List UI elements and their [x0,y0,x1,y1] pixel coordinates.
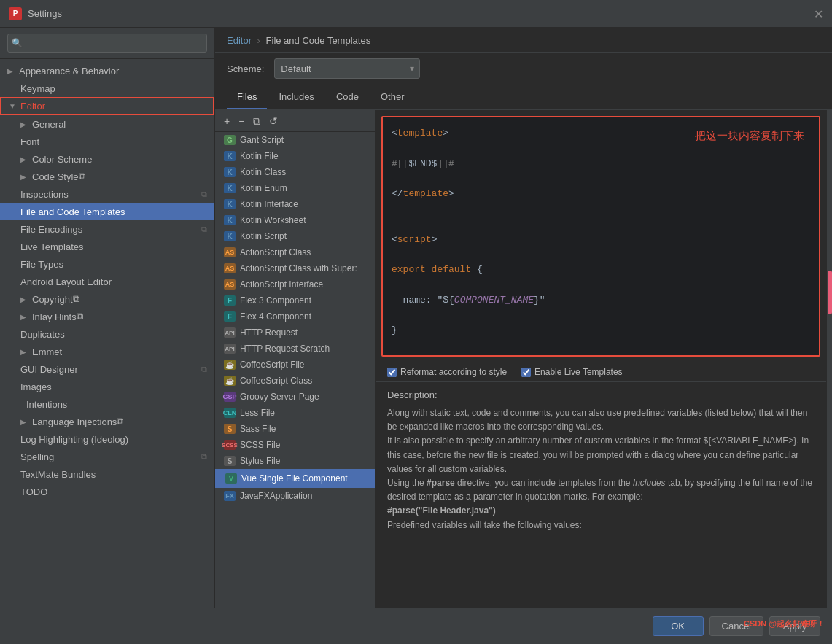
file-item-kotlin-enum[interactable]: K Kotlin Enum [215,180,375,196]
ok-button[interactable]: OK [653,616,704,636]
file-name-stylus: Stylus File [240,456,280,466]
file-item-stylus[interactable]: S Stylus File [215,453,375,469]
file-item-flex4[interactable]: F Flex 4 Component [215,309,375,325]
file-item-kotlin-file[interactable]: K Kotlin File [215,148,375,164]
code-line-8: <script> [392,233,810,248]
file-name-kotlin-script: Kotlin Script [240,231,287,241]
sidebar-item-editor[interactable]: ▼ Editor [0,97,214,115]
live-templates-checkbox[interactable] [521,368,531,377]
app-icon: P [9,7,22,20]
file-item-kotlin-class[interactable]: K Kotlin Class [215,164,375,180]
sidebar-item-emmet[interactable]: ▶ Emmet [0,343,214,360]
file-name-coffeescript: CoffeeScript File [240,360,304,370]
file-name-kotlin-enum: Kotlin Enum [240,183,287,193]
code-line-9 [392,247,810,263]
code-editor[interactable]: 把这一块内容复制下来 <template> #[[$END$]]# </temp… [381,116,820,357]
file-item-as-class[interactable]: AS ActionScript Class [215,244,375,260]
cancel-button[interactable]: Cancel [709,616,763,636]
sidebar-item-keymap[interactable]: Keymap [0,79,214,97]
editor-panel: 把这一块内容复制下来 <template> #[[$END$]]# </temp… [376,110,826,644]
right-scrollbar[interactable] [826,110,832,644]
arrow-icon-copyright: ▶ [20,295,29,303]
sidebar-item-file-templates[interactable]: File and Code Templates [0,203,214,220]
file-icon-as-interface: AS [224,279,236,290]
sidebar-item-spelling[interactable]: Spelling ⧉ [0,448,214,465]
arrow-icon-emmet: ▶ [20,348,29,356]
file-item-flex3[interactable]: F Flex 3 Component [215,292,375,309]
live-templates-checkbox-label[interactable]: Enable Live Templates [521,367,623,377]
code-line-2 [392,141,810,157]
file-icon-kotlin-interface: K [224,199,236,209]
apply-button[interactable]: Apply [769,616,820,636]
scheme-dropdown[interactable]: Default Project [274,58,420,79]
sidebar-item-todo[interactable]: TODO [0,483,214,500]
copy-template-button[interactable]: ⧉ [250,115,263,128]
file-name-as-class: ActionScript Class [240,247,311,257]
file-item-coffeescript[interactable]: ☕ CoffeeScript File [215,357,375,373]
sidebar-item-font[interactable]: Font [0,133,214,150]
sidebar-item-code-style[interactable]: ▶ Code Style ⧉ [0,168,214,185]
file-item-http[interactable]: API HTTP Request [215,325,375,341]
reformat-checkbox-label[interactable]: Reformat according to style [387,367,507,377]
sidebar-item-file-encodings[interactable]: File Encodings ⧉ [0,220,214,238]
sidebar-list: ▶ Appearance & Behavior Keymap ▼ Editor … [0,59,214,617]
file-icon-kotlin-worksheet: K [224,215,236,225]
file-item-javafx[interactable]: FX JavaFXApplication [215,488,375,504]
sidebar-item-inlay-hints[interactable]: ▶ Inlay Hints ⧉ [0,308,214,325]
file-item-groovy[interactable]: GSP Groovy Server Page [215,389,375,405]
sidebar-item-log-highlighting[interactable]: Log Highlighting (Ideolog) [0,430,214,448]
file-item-kotlin-script[interactable]: K Kotlin Script [215,228,375,244]
sidebar-item-intentions[interactable]: Intentions [0,395,214,413]
sidebar-item-language-injections[interactable]: ▶ Language Injections ⧉ [0,413,214,430]
file-item-as-interface[interactable]: AS ActionScript Interface [215,276,375,292]
file-name-flex4: Flex 4 Component [240,311,311,322]
files-toolbar: + − ⧉ ↺ [215,110,375,132]
file-item-as-class-super[interactable]: AS ActionScript Class with Super: [215,260,375,276]
sidebar-item-duplicates[interactable]: Duplicates [0,325,214,343]
sidebar-item-android-layout[interactable]: Android Layout Editor [0,273,214,290]
tab-other[interactable]: Other [370,85,415,109]
content-area: Editor › File and Code Templates Scheme:… [215,28,832,644]
copy-icon-2: ⧉ [201,190,207,199]
copy-icon-5: ⧉ [77,311,83,322]
sidebar-item-appearance[interactable]: ▶ Appearance & Behavior [0,62,214,79]
file-item-gant[interactable]: G Gant Script [215,132,375,148]
reformat-checkbox[interactable] [387,368,397,377]
file-item-less[interactable]: CLN Less File [215,405,375,421]
file-item-sass[interactable]: S Sass File [215,421,375,437]
reset-template-button[interactable]: ↺ [266,115,281,128]
sidebar-item-file-types[interactable]: File Types [0,255,214,273]
sidebar-item-images[interactable]: Images [0,378,214,395]
close-button[interactable]: ✕ [814,7,823,20]
copy-icon-8: ⧉ [201,452,207,462]
file-item-coffeescript-class[interactable]: ☕ CoffeeScript Class [215,373,375,389]
arrow-icon-editor: ▼ [9,102,18,110]
sidebar-item-textmate[interactable]: TextMate Bundles [0,465,214,483]
file-name-less: Less File [240,408,275,418]
file-item-scss[interactable]: SCSS SCSS File [215,437,375,453]
sidebar-item-gui-designer[interactable]: GUI Designer ⧉ [0,360,214,378]
sidebar-item-inspections[interactable]: Inspections ⧉ [0,185,214,203]
files-list: G Gant Script K Kotlin File K Kotlin Cla… [215,132,375,644]
tab-includes[interactable]: Includes [268,85,324,109]
file-name-kotlin-worksheet: Kotlin Worksheet [240,215,306,225]
file-item-vue[interactable]: V Vue Single File Component [215,469,375,488]
tab-files[interactable]: Files [227,85,267,109]
sidebar-item-color-scheme[interactable]: ▶ Color Scheme [0,150,214,168]
main-container: 🔍 ▶ Appearance & Behavior Keymap ▼ Edito… [0,28,832,644]
search-input[interactable] [7,34,207,53]
window-title: Settings [28,8,62,19]
file-name-javafx: JavaFXApplication [240,491,312,501]
sidebar-item-copyright[interactable]: ▶ Copyright ⧉ [0,290,214,308]
sidebar-item-live-templates[interactable]: Live Templates [0,238,214,255]
file-item-http-scratch[interactable]: API HTTP Request Scratch [215,341,375,357]
sidebar-item-general[interactable]: ▶ General [0,115,214,133]
breadcrumb-parent[interactable]: Editor [227,35,252,46]
tab-code[interactable]: Code [326,85,369,109]
add-template-button[interactable]: + [221,115,233,128]
remove-template-button[interactable]: − [236,115,247,128]
file-item-kotlin-worksheet[interactable]: K Kotlin Worksheet [215,212,375,228]
scheme-label: Scheme: [227,63,264,74]
search-box: 🔍 [0,28,214,59]
file-item-kotlin-interface[interactable]: K Kotlin Interface [215,196,375,212]
